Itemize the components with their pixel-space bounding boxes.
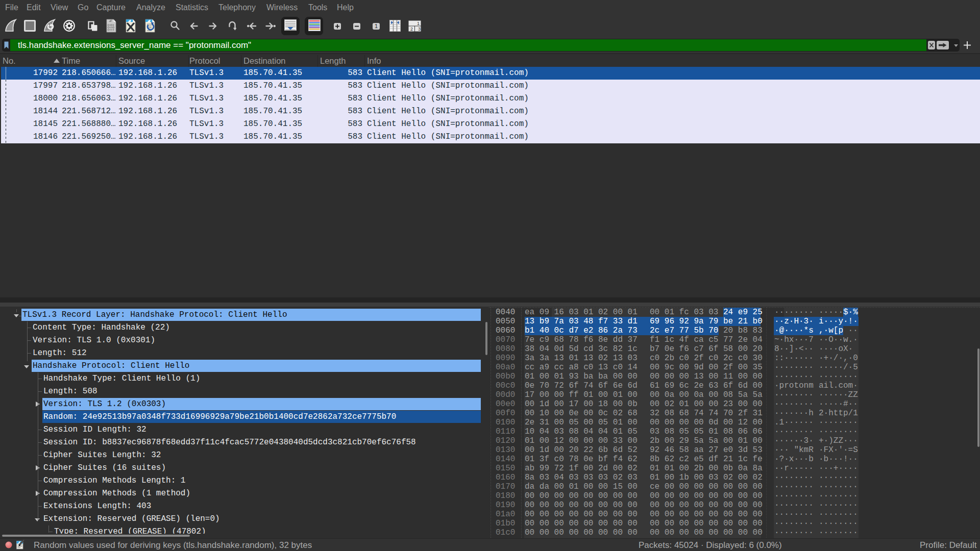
svg-text:1: 1 (417, 21, 420, 26)
svg-text:3: 3 (418, 27, 421, 32)
svg-text:1: 1 (375, 23, 378, 29)
svg-text:2: 2 (410, 27, 413, 32)
